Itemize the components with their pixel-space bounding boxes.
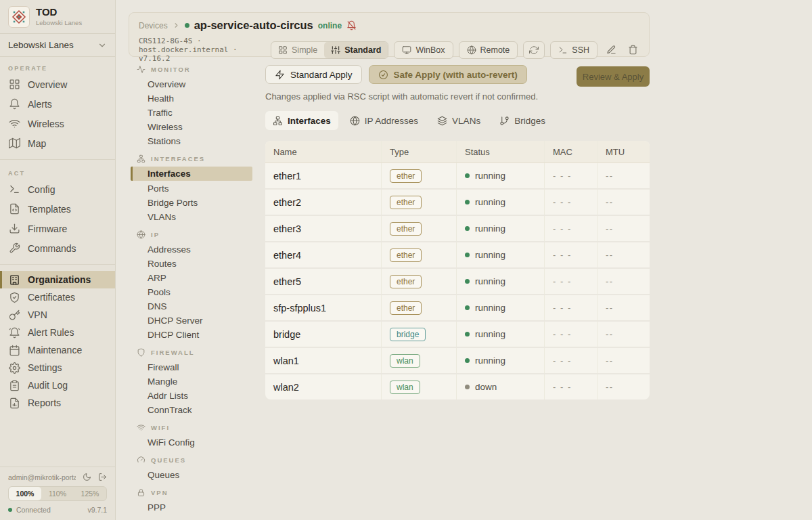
table-row-ether2[interactable]: ether2etherrunning- - --- (265, 190, 650, 216)
type-cell: wlan (381, 374, 456, 399)
mac-cell: - - - (544, 190, 597, 215)
device-nav-item-traffic[interactable]: Traffic (116, 106, 265, 120)
device-nav-item-arp[interactable]: ARP (116, 271, 265, 285)
interface-name: ether5 (265, 269, 381, 294)
device-nav-item-pools[interactable]: Pools (116, 285, 265, 299)
device-nav-item-health[interactable]: Health (116, 91, 265, 106)
sidebar-item-config[interactable]: Config (0, 179, 115, 199)
table-row-wlan1[interactable]: wlan1wlanrunning- - --- (265, 348, 650, 374)
device-nav-item-ports[interactable]: Ports (116, 181, 265, 196)
sidebar-item-settings[interactable]: Settings (0, 359, 115, 376)
terminal-icon (558, 45, 568, 55)
device-nav-item-ppp[interactable]: PPP (116, 500, 265, 515)
device-nav-item-dhcp-client[interactable]: DHCP Client (116, 328, 265, 342)
sidebar-item-alert-rules[interactable]: Alert Rules (0, 324, 115, 341)
device-nav-item-dhcp-server[interactable]: DHCP Server (116, 313, 265, 328)
detail-tabs: InterfacesIP AddressesVLANsBridges (265, 111, 650, 130)
mtu-cell: -- (597, 269, 650, 294)
view-mode-simple[interactable]: Simple (271, 42, 324, 58)
pencil-button[interactable] (603, 41, 619, 59)
app-version: v9.7.1 (87, 506, 107, 514)
globe-icon (137, 230, 145, 239)
tab-label: IP Addresses (365, 116, 418, 126)
status-label: running (475, 223, 505, 234)
monitor-icon (402, 45, 411, 55)
column-header-type: Type (381, 141, 456, 162)
notifications-off-icon[interactable] (346, 20, 357, 30)
sidebar-item-label: Maintenance (28, 345, 82, 355)
device-nav-item-interfaces[interactable]: Interfaces (131, 167, 252, 181)
table-row-ether4[interactable]: ether4etherrunning- - --- (265, 242, 650, 269)
ui-zoom-option-125[interactable]: 125% (74, 487, 106, 500)
moon-icon[interactable] (83, 473, 91, 481)
sidebar-item-reports[interactable]: Reports (0, 394, 115, 412)
refresh-button[interactable] (523, 41, 545, 59)
type-cell: ether (381, 216, 456, 241)
table-row-wlan2[interactable]: wlan2wlandown- - --- (265, 374, 650, 399)
brand: TOD Lebowski Lanes (0, 0, 115, 34)
tab-ip-addresses[interactable]: IP Addresses (342, 111, 426, 130)
status-dot (465, 279, 470, 284)
ui-zoom-option-110[interactable]: 110% (41, 487, 74, 500)
sidebar-item-vpn[interactable]: VPN (0, 306, 115, 324)
device-nav-item-conntrack[interactable]: ConnTrack (116, 403, 265, 417)
sidebar-item-organizations[interactable]: Organizations (0, 271, 115, 288)
mac-cell: - - - (544, 322, 597, 347)
sidebar-item-firmware[interactable]: Firmware (0, 219, 115, 238)
tab-interfaces[interactable]: Interfaces (265, 111, 338, 130)
column-header-mac: MAC (544, 141, 597, 162)
table-row-ether3[interactable]: ether3etherrunning- - --- (265, 216, 650, 242)
sidebar-item-audit-log[interactable]: Audit Log (0, 376, 115, 394)
tab-vlans[interactable]: VLANs (430, 111, 488, 130)
device-nav-item-stations[interactable]: Stations (116, 134, 265, 148)
table-row-ether5[interactable]: ether5etherrunning- - --- (265, 269, 650, 295)
sidebar-item-alerts[interactable]: Alerts (0, 94, 115, 114)
device-name: ap-service-auto-circus (194, 19, 313, 32)
device-nav-item-wireless[interactable]: Wireless (116, 120, 265, 134)
remote-button[interactable]: Remote (459, 41, 518, 59)
view-mode-standard[interactable]: Standard (324, 42, 388, 58)
device-nav-item-addresses[interactable]: Addresses (116, 242, 265, 257)
shield-icon (137, 348, 145, 357)
sidebar-item-commands[interactable]: Commands (0, 238, 115, 258)
sidebar-item-map[interactable]: Map (0, 133, 115, 153)
tab-label: VLANs (452, 116, 480, 126)
table-row-ether1[interactable]: ether1etherrunning- - --- (265, 163, 650, 190)
device-nav-item-routes[interactable]: Routes (116, 257, 265, 271)
sidebar-item-wireless[interactable]: Wireless (0, 114, 115, 133)
refresh-icon (529, 45, 539, 55)
connection-dot (8, 508, 12, 512)
device-nav-item-firewall[interactable]: Firewall (116, 360, 265, 374)
device-meta: CRS112-8G-4S · host.docker.internal · v7… (139, 37, 271, 63)
status-cell: running (456, 216, 544, 241)
device-nav-item-wifi-config[interactable]: WiFi Config (116, 435, 265, 450)
winbox-button[interactable]: WinBox (394, 41, 453, 59)
tab-bridges[interactable]: Bridges (492, 111, 553, 130)
sidebar-item-overview[interactable]: Overview (0, 74, 115, 94)
device-nav-item-queues[interactable]: Queues (116, 468, 265, 482)
device-nav-item-addr-lists[interactable]: Addr Lists (116, 389, 265, 403)
device-nav-item-vlans[interactable]: VLANs (116, 210, 265, 224)
ui-zoom-option-100[interactable]: 100% (9, 487, 41, 500)
logout-icon[interactable] (98, 473, 107, 481)
table-row-sfp-sfpplus1[interactable]: sfp-sfpplus1etherrunning- - --- (265, 295, 650, 322)
review-apply-button[interactable]: Review & Apply (577, 66, 650, 87)
status-dot (465, 385, 470, 389)
sidebar-item-maintenance[interactable]: Maintenance (0, 341, 115, 359)
globe-icon (350, 116, 360, 126)
device-nav-item-dns[interactable]: DNS (116, 299, 265, 313)
org-selector[interactable]: Lebowski Lanes (0, 34, 115, 57)
button-label: Remote (480, 45, 510, 55)
device-nav-item-bridge-ports[interactable]: Bridge Ports (116, 196, 265, 210)
connection-status: Connected (16, 506, 51, 514)
breadcrumb[interactable]: Devices (139, 21, 168, 30)
trash-button[interactable] (625, 41, 641, 59)
device-nav-item-mangle[interactable]: Mangle (116, 374, 265, 389)
safe-apply-button[interactable]: Safe Apply (with auto-revert) (369, 65, 527, 84)
ssh-button[interactable]: SSH (550, 41, 597, 59)
sidebar-item-templates[interactable]: Templates (0, 199, 115, 219)
standard-apply-button[interactable]: Standard Apply (265, 65, 362, 84)
table-row-bridge[interactable]: bridgebridgerunning- - --- (265, 322, 650, 348)
device-nav-item-overview[interactable]: Overview (116, 77, 265, 91)
sidebar-item-certificates[interactable]: Certificates (0, 288, 115, 306)
